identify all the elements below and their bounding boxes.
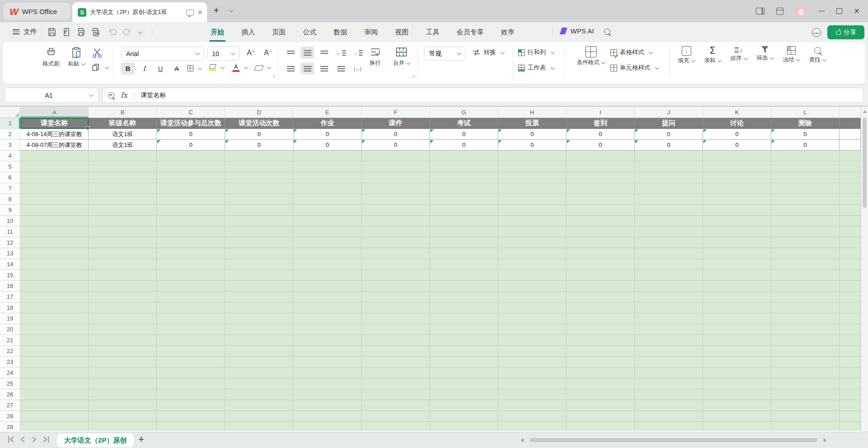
grid-cell-K23[interactable] xyxy=(703,357,771,368)
row-header-13[interactable]: 13 xyxy=(0,248,20,259)
grid-cell-J20[interactable] xyxy=(635,324,703,335)
grid-cell-A3[interactable]: 4-08-07周三的课堂教 xyxy=(20,140,89,151)
grid-cell-E28[interactable] xyxy=(293,411,362,422)
grid-cell-C8[interactable] xyxy=(157,194,225,205)
grid-cell-A19[interactable] xyxy=(20,313,89,324)
grid-cell-A11[interactable] xyxy=(20,226,89,237)
grid-cell-A23[interactable] xyxy=(20,357,89,368)
grid-cell-C22[interactable] xyxy=(157,346,225,357)
grid-cell-H11[interactable] xyxy=(498,226,566,237)
grid-cell-H7[interactable] xyxy=(498,183,566,194)
grid-cell-J14[interactable] xyxy=(635,259,703,270)
borders-button[interactable] xyxy=(187,65,202,71)
grid-cell-L5[interactable] xyxy=(771,161,840,172)
align-justify-button[interactable] xyxy=(334,62,348,75)
row-header-17[interactable]: 17 xyxy=(0,292,20,302)
row-header-3[interactable]: 3 xyxy=(0,140,20,151)
column-header-G[interactable]: G xyxy=(430,107,498,118)
grid-cell-partial-9[interactable] xyxy=(840,205,861,216)
grid-cell-C6[interactable] xyxy=(157,172,225,183)
grid-cell-F20[interactable] xyxy=(362,324,430,335)
column-header-E[interactable]: E xyxy=(293,107,362,118)
grid-cell-H20[interactable] xyxy=(498,324,566,335)
grid-cell-K7[interactable] xyxy=(703,183,771,194)
grid-cell-L26[interactable] xyxy=(771,389,840,400)
font-group-expander[interactable]: ↘ xyxy=(272,74,276,78)
grid-cell-C25[interactable] xyxy=(157,378,225,389)
grid-cell-J25[interactable] xyxy=(635,378,703,389)
grid-cell-D16[interactable] xyxy=(225,281,293,292)
grid-cell-C27[interactable] xyxy=(157,400,225,411)
grid-cell-B29[interactable] xyxy=(89,422,157,431)
grid-cell-D2[interactable]: 0 xyxy=(225,129,293,140)
grid-cell-D10[interactable] xyxy=(225,216,293,226)
grid-cell-E17[interactable] xyxy=(293,292,362,302)
grid-cell-I23[interactable] xyxy=(566,357,635,368)
grid-cell-G16[interactable] xyxy=(430,281,498,292)
first-sheet-icon[interactable] xyxy=(7,436,14,443)
prev-sheet-icon[interactable] xyxy=(20,436,25,443)
horizontal-scroll-thumb[interactable] xyxy=(530,438,817,442)
grid-cell-B3[interactable]: 语文1班 xyxy=(89,140,157,151)
grid-cell-F28[interactable] xyxy=(362,411,430,422)
grid-cell-E12[interactable] xyxy=(293,237,362,248)
grid-cell-B21[interactable] xyxy=(89,335,157,346)
grid-cell-partial-16[interactable] xyxy=(840,281,861,292)
conditional-format-button[interactable]: 条件格式 xyxy=(573,46,609,66)
grid-cell-B20[interactable] xyxy=(89,324,157,335)
grid-cell-F22[interactable] xyxy=(362,346,430,357)
grid-cell-B27[interactable] xyxy=(89,400,157,411)
grid-cell-partial-24[interactable] xyxy=(840,368,861,378)
quick-access-chevron-icon[interactable] xyxy=(138,29,143,34)
grid-cell-H5[interactable] xyxy=(498,161,566,172)
grid-cell-L3[interactable]: 0 xyxy=(771,140,840,151)
grid-cell-A13[interactable] xyxy=(20,248,89,259)
grid-cell-G20[interactable] xyxy=(430,324,498,335)
grid-cell-I10[interactable] xyxy=(566,216,635,226)
tab-view[interactable]: 视图 xyxy=(395,23,409,42)
grid-cell-H29[interactable] xyxy=(498,422,566,431)
grid-cell-partial-23[interactable] xyxy=(840,357,861,368)
sum-button[interactable]: Σ 求和 xyxy=(701,46,724,65)
grid-cell-J8[interactable] xyxy=(635,194,703,205)
grid-cell-partial-7[interactable] xyxy=(840,183,861,194)
grid-cell-K21[interactable] xyxy=(703,335,771,346)
grid-cell-H1[interactable]: 投票 xyxy=(498,118,566,129)
grid-cell-L4[interactable] xyxy=(771,151,840,161)
row-header-4[interactable]: 4 xyxy=(0,151,20,161)
grid-cell-F14[interactable] xyxy=(362,259,430,270)
grid-cell-E16[interactable] xyxy=(293,281,362,292)
grid-cell-J28[interactable] xyxy=(635,411,703,422)
grid-cell-B26[interactable] xyxy=(89,389,157,400)
grid-cell-K25[interactable] xyxy=(703,378,771,389)
save-icon[interactable] xyxy=(47,27,57,37)
zoom-search-icon[interactable] xyxy=(108,92,114,99)
split-view-icon[interactable] xyxy=(756,8,764,14)
grid-cell-I22[interactable] xyxy=(566,346,635,357)
grid-cell-E4[interactable] xyxy=(293,151,362,161)
grid-cell-partial-26[interactable] xyxy=(840,389,861,400)
column-header-J[interactable]: J xyxy=(635,107,703,118)
increase-font-size-button[interactable]: A+ xyxy=(244,47,258,59)
print-icon[interactable] xyxy=(76,27,86,37)
grid-cell-J24[interactable] xyxy=(635,368,703,378)
wps-ai-button[interactable]: WPS AI xyxy=(560,27,594,35)
row-header-8[interactable]: 8 xyxy=(0,194,20,205)
grid-cell-C20[interactable] xyxy=(157,324,225,335)
grid-cell-B24[interactable] xyxy=(89,368,157,378)
file-menu[interactable]: 文件 xyxy=(24,28,37,36)
tab-member[interactable]: 会员专享 xyxy=(457,23,484,42)
grid-cell-K14[interactable] xyxy=(703,259,771,270)
grid-cell-D20[interactable] xyxy=(225,324,293,335)
grid-cell-A5[interactable] xyxy=(20,161,89,172)
grid-cell-I1[interactable]: 签到 xyxy=(566,118,635,129)
scroll-left-arrow-icon[interactable] xyxy=(521,438,524,443)
grid-cell-partial-18[interactable] xyxy=(840,302,861,313)
grid-cell-A15[interactable] xyxy=(20,270,89,281)
grid-cell-G10[interactable] xyxy=(430,216,498,226)
grid-cell-G23[interactable] xyxy=(430,357,498,368)
grid-cell-E21[interactable] xyxy=(293,335,362,346)
column-header-L[interactable]: L xyxy=(771,107,840,118)
underline-button[interactable]: U xyxy=(154,62,167,75)
grid-cell-C28[interactable] xyxy=(157,411,225,422)
